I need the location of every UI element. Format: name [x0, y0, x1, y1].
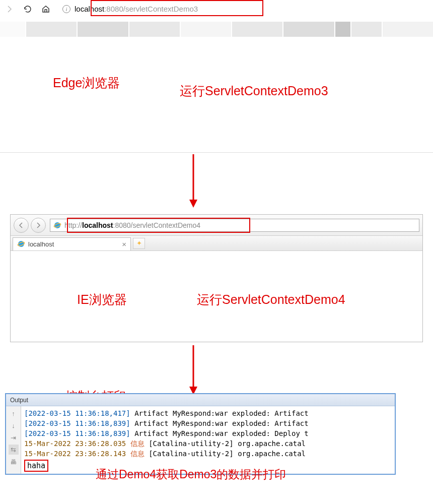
ie-tab[interactable]: localhost × — [13, 237, 131, 250]
ie-logo-icon — [53, 221, 61, 229]
output-title: Output — [10, 397, 28, 404]
wrap-icon[interactable]: ⇆ — [9, 445, 19, 455]
label-ie-browser: IE浏览器 — [77, 291, 127, 308]
output-header: Output — [6, 394, 395, 406]
log-line: 15-Mar-2022 23:36:28.143 信息 [Catalina-ut… — [24, 449, 392, 459]
ie-new-tab-button[interactable]: ✦ — [133, 238, 145, 249]
ie-forward-button[interactable] — [31, 218, 46, 233]
log-line: [2022-03-15 11:36:18,417] Artifact MyRes… — [24, 408, 392, 418]
haha-output: haha — [24, 460, 48, 472]
info-icon: i — [62, 5, 70, 13]
ie-logo-icon — [17, 240, 25, 248]
arrow-down-icon — [188, 345, 198, 395]
svg-marker-1 — [189, 200, 197, 208]
edge-content-area: Edge浏览器 运行ServletContextDemo3 — [0, 37, 433, 153]
print-icon[interactable]: 🖶 — [9, 457, 19, 467]
output-panel: Output ↑ ↓ ⇥ ⇆ 🖶 [2022-03-15 11:36:18,41… — [5, 393, 396, 475]
label-run-demo3: 运行ServletContextDemo3 — [180, 83, 328, 99]
home-icon[interactable] — [40, 4, 51, 15]
tab-strip-faded — [0, 22, 433, 37]
export-icon[interactable]: ⇥ — [9, 432, 19, 443]
forward-icon[interactable] — [4, 4, 15, 15]
close-icon[interactable]: × — [122, 240, 126, 248]
ie-back-button[interactable] — [14, 218, 29, 233]
log-line: [2022-03-15 11:36:18,839] Artifact MyRes… — [24, 418, 392, 428]
label-edge-browser: Edge浏览器 — [53, 75, 120, 91]
label-bottom-caption: 通过Demo4获取Demo3的数据并打印 — [96, 467, 286, 482]
arrow-up-icon[interactable]: ↑ — [9, 408, 19, 418]
arrow-down-icon[interactable]: ↓ — [9, 420, 19, 430]
log-line: 15-Mar-2022 23:36:28.035 信息 [Catalina-ut… — [24, 438, 392, 449]
ie-url-highlight-box — [67, 218, 250, 233]
ie-window: http://localhost:8080/servletContextDemo… — [10, 214, 423, 342]
label-run-demo4: 运行ServletContextDemo4 — [197, 291, 345, 308]
output-body: ↑ ↓ ⇥ ⇆ 🖶 [2022-03-15 11:36:18,417] Arti… — [6, 406, 395, 474]
edge-url-highlight-box — [91, 0, 263, 16]
ie-content-area: IE浏览器 运行ServletContextDemo4 — [11, 251, 422, 342]
arrow-down-icon — [188, 154, 198, 208]
log-line: [2022-03-15 11:36:18,839] Artifact MyRes… — [24, 428, 392, 438]
output-gutter: ↑ ↓ ⇥ ⇆ 🖶 — [6, 406, 21, 474]
refresh-icon[interactable] — [22, 4, 33, 15]
output-console[interactable]: [2022-03-15 11:36:18,417] Artifact MyRes… — [21, 406, 395, 474]
ie-tab-strip: localhost × ✦ — [11, 236, 422, 251]
ie-tab-title: localhost — [28, 240, 54, 248]
